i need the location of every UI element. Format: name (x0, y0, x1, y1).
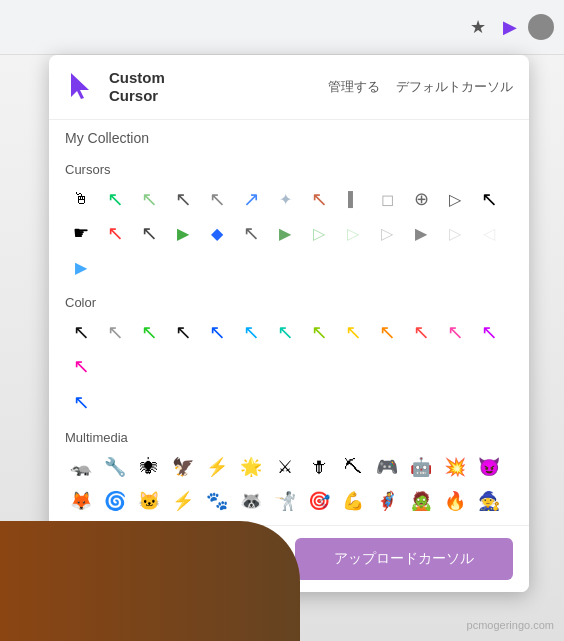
cursor-item[interactable]: ▷ (303, 217, 335, 249)
background-bottom-decoration (0, 521, 300, 641)
cursor-item[interactable]: ▷ (439, 183, 471, 215)
my-collection-link[interactable]: My Collection (65, 120, 513, 150)
cursor-item[interactable]: ⛏ (337, 451, 369, 483)
logo-area: Custom Cursor (65, 69, 165, 105)
cursor-item[interactable]: ↖ (371, 316, 403, 348)
cursor-item[interactable]: 🦝 (235, 485, 267, 517)
custom-cursor-popup: Custom Cursor 管理する デフォルトカーソル My Collecti… (49, 55, 529, 592)
chrome-toolbar: ★ ▶ (0, 0, 564, 55)
cursor-item[interactable]: 🖱 (65, 183, 97, 215)
multimedia-section-label: Multimedia (65, 430, 513, 445)
cursor-item[interactable]: ↖ (303, 316, 335, 348)
cursor-item[interactable]: ↖ (65, 350, 97, 382)
watermark-text: pcmogeringo.com (467, 619, 554, 631)
cursor-item[interactable]: ↖ (201, 183, 233, 215)
cursors-section-label: Cursors (65, 162, 513, 177)
popup-content[interactable]: My Collection Cursors 🖱 ↖ ↖ ↖ ↖ ↗ ✦ ↖ ▌ … (49, 120, 529, 525)
extensions-icon[interactable]: ▶ (496, 13, 524, 41)
cursor-item[interactable]: ↖ (235, 316, 267, 348)
upload-cursor-button[interactable]: アップロードカーソル (295, 538, 513, 580)
cursor-item[interactable]: 🌟 (235, 451, 267, 483)
cursor-item[interactable]: ↖ (133, 316, 165, 348)
svg-marker-0 (71, 73, 89, 99)
cursor-item[interactable]: ↖ (439, 316, 471, 348)
cursor-item[interactable]: 🤺 (269, 485, 301, 517)
color-extra-grid: ↖ (65, 386, 513, 418)
cursor-item[interactable]: ↖ (167, 183, 199, 215)
cursor-item[interactable]: ◆ (201, 217, 233, 249)
cursor-item[interactable]: ⚡ (201, 451, 233, 483)
cursor-item[interactable]: 💪 (337, 485, 369, 517)
popup-header: Custom Cursor 管理する デフォルトカーソル (49, 55, 529, 120)
cursor-item[interactable]: 🔧 (99, 451, 131, 483)
cursor-item[interactable]: 🦊 (65, 485, 97, 517)
cursor-item[interactable]: ⚔ (269, 451, 301, 483)
cursor-item[interactable]: 🤖 (405, 451, 437, 483)
cursor-item[interactable]: 🦡 (65, 451, 97, 483)
cursor-item[interactable]: ▷ (439, 217, 471, 249)
cursor-item[interactable]: 🦸 (371, 485, 403, 517)
cursor-item[interactable]: ↗ (235, 183, 267, 215)
cursor-item[interactable]: 🧟 (405, 485, 437, 517)
cursor-item[interactable]: ▷ (371, 217, 403, 249)
logo-icon (65, 69, 101, 105)
cursor-item[interactable]: ↖ (65, 316, 97, 348)
cursor-item[interactable]: ↖ (235, 217, 267, 249)
manage-link[interactable]: 管理する (328, 78, 380, 96)
cursors-grid: 🖱 ↖ ↖ ↖ ↖ ↗ ✦ ↖ ▌ ◻ ⊕ ▷ ↖ ☛ ↖ ↖ ▶ ◆ ↖ ▶ … (65, 183, 513, 283)
cursor-item[interactable]: 🔥 (439, 485, 471, 517)
cursor-item[interactable]: 🦅 (167, 451, 199, 483)
color-cursors-grid: ↖ ↖ ↖ ↖ ↖ ↖ ↖ ↖ ↖ ↖ ↖ ↖ ↖ ↖ (65, 316, 513, 382)
cursor-item[interactable]: ▷ (337, 217, 369, 249)
cursor-item[interactable]: ▌ (337, 183, 369, 215)
cursor-item[interactable]: 🌀 (99, 485, 131, 517)
cursor-item[interactable]: ↖ (133, 183, 165, 215)
cursor-item[interactable]: 🧙 (473, 485, 505, 517)
cursor-item[interactable]: ↖ (337, 316, 369, 348)
cursor-item[interactable]: ▶ (167, 217, 199, 249)
profile-icon[interactable] (528, 14, 554, 40)
cursor-item[interactable]: ▶ (65, 251, 97, 283)
logo-text: Custom Cursor (109, 69, 165, 105)
cursor-item[interactable]: 🐾 (201, 485, 233, 517)
cursor-item[interactable]: ↖ (405, 316, 437, 348)
cursor-item[interactable]: 💥 (439, 451, 471, 483)
cursor-item[interactable]: ↖ (99, 316, 131, 348)
cursor-item[interactable]: 🐱 (133, 485, 165, 517)
cursor-item[interactable]: ↖ (201, 316, 233, 348)
cursor-item[interactable]: 🕷 (133, 451, 165, 483)
cursor-item[interactable]: ↖ (167, 316, 199, 348)
cursor-item[interactable]: ↖ (65, 386, 97, 418)
cursor-item[interactable]: 😈 (473, 451, 505, 483)
cursor-item[interactable]: 🎮 (371, 451, 403, 483)
cursor-item[interactable]: ↖ (99, 217, 131, 249)
cursor-item[interactable]: ◁ (473, 217, 505, 249)
cursor-item[interactable]: ⚡ (167, 485, 199, 517)
cursor-item[interactable]: ↖ (473, 183, 505, 215)
cursor-item[interactable]: ↖ (269, 316, 301, 348)
cursor-item[interactable]: ▶ (405, 217, 437, 249)
cursor-item[interactable]: ☛ (65, 217, 97, 249)
cursor-item[interactable]: ↖ (303, 183, 335, 215)
multimedia-grid: 🦡 🔧 🕷 🦅 ⚡ 🌟 ⚔ 🗡 ⛏ 🎮 🤖 💥 😈 🦊 🌀 🐱 ⚡ 🐾 🦝 🤺 … (65, 451, 513, 517)
cursor-item[interactable]: ◻ (371, 183, 403, 215)
star-icon[interactable]: ★ (464, 13, 492, 41)
cursor-item[interactable]: 🎯 (303, 485, 335, 517)
cursor-item[interactable]: 🗡 (303, 451, 335, 483)
cursor-item[interactable]: ↖ (99, 183, 131, 215)
color-section-label: Color (65, 295, 513, 310)
cursor-item[interactable]: ✦ (269, 183, 301, 215)
default-cursor-link[interactable]: デフォルトカーソル (396, 78, 513, 96)
header-links: 管理する デフォルトカーソル (328, 78, 513, 96)
cursor-item[interactable]: ↖ (473, 316, 505, 348)
cursor-item[interactable]: ▶ (269, 217, 301, 249)
cursor-item[interactable]: ⊕ (405, 183, 437, 215)
cursor-item[interactable]: ↖ (133, 217, 165, 249)
